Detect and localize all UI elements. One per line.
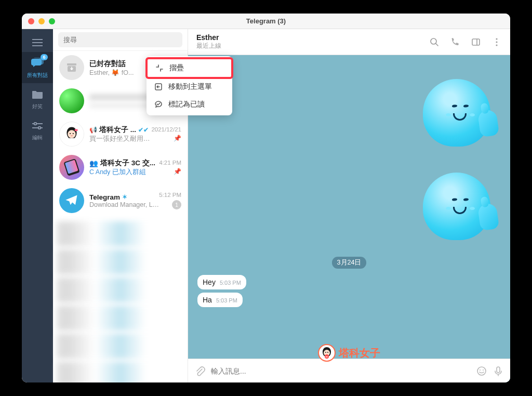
ctx-move-to-main[interactable]: 移動到主選單 [147, 78, 232, 96]
move-icon [154, 82, 163, 91]
messages-area[interactable]: 3月24日 Hey 5:03 PM Ha 5:03 PM [188, 55, 510, 359]
more-button[interactable] [491, 37, 502, 47]
chat-preview: 買一張好坐又耐用的電腦... [89, 135, 151, 143]
svg-point-12 [431, 38, 436, 44]
collapse-icon [155, 63, 164, 73]
maximize-window-button[interactable] [49, 18, 55, 24]
titlebar: Telegram (3) [22, 14, 510, 29]
message-time: 5:03 PM [220, 280, 241, 286]
call-button[interactable] [450, 37, 460, 47]
rail-label: 好笑 [32, 103, 43, 110]
verified-icon: ✶ [122, 193, 127, 201]
content: 6 所有對話 好笑 編輯 [22, 29, 510, 382]
voice-button[interactable] [493, 365, 504, 377]
chat-header: Esther 最近上線 [188, 29, 510, 55]
avatar [59, 88, 84, 113]
rail-item-edit[interactable]: 編輯 [22, 114, 53, 146]
svg-point-5 [68, 130, 75, 138]
chat-row[interactable]: 📢塔科女子 ... ✔✔ 買一張好坐又耐用的電腦... 2021/12/21 📌 [53, 117, 188, 151]
sidebar-toggle-button[interactable] [471, 37, 481, 47]
app-window: Telegram (3) 6 所有對話 好笑 [22, 14, 510, 382]
search-input[interactable] [58, 32, 182, 47]
traffic-lights [28, 18, 55, 24]
ctx-mark-read[interactable]: 標記為已讀 [147, 96, 232, 113]
svg-rect-8 [75, 129, 78, 131]
search-container [53, 29, 188, 51]
blurred-chats [53, 217, 188, 382]
read-icon [154, 100, 163, 109]
svg-rect-13 [472, 39, 480, 45]
close-window-button[interactable] [28, 18, 34, 24]
chat-time: 4:21 PM [159, 160, 181, 166]
svg-point-16 [496, 44, 497, 46]
emoji-button[interactable] [476, 365, 487, 377]
svg-point-1 [38, 127, 41, 129]
date-separator: 3月24日 [332, 257, 367, 269]
rail-label: 編輯 [32, 134, 43, 141]
unread-badge: 6 [41, 54, 48, 60]
svg-point-15 [496, 41, 497, 43]
chat-header-name: Esther [196, 33, 429, 42]
pin-icon: 📌 [174, 168, 181, 175]
archive-icon [59, 55, 84, 80]
avatar [59, 122, 84, 147]
chat-name: Telegram ✶ [89, 193, 159, 201]
ctx-label: 移動到主選單 [168, 82, 212, 91]
message-text: Ha [203, 296, 212, 304]
minimize-window-button[interactable] [38, 18, 45, 24]
channel-icon: 📢 [89, 126, 97, 134]
context-menu: 摺疊 移動到主選單 標記為已讀 [147, 56, 232, 115]
svg-point-0 [34, 123, 37, 125]
ctx-label: 標記為已讀 [168, 100, 205, 109]
svg-point-6 [70, 133, 71, 134]
avatar [59, 155, 84, 180]
unread-badge: 1 [172, 200, 181, 209]
chat-preview: Download Manager, Liv... [89, 201, 159, 208]
rail-item-all-chats[interactable]: 6 所有對話 [22, 52, 53, 83]
svg-point-23 [480, 369, 481, 371]
message-time: 5:03 PM [216, 297, 237, 303]
chat-header-info[interactable]: Esther 最近上線 [196, 33, 429, 50]
sticker-message[interactable] [413, 63, 501, 152]
svg-rect-25 [497, 367, 500, 373]
sliders-icon [30, 118, 45, 133]
pin-icon: 📌 [174, 135, 181, 142]
chat-time: 5:12 PM [159, 192, 181, 198]
chat-name: 📢塔科女子 ... ✔✔ [89, 125, 151, 135]
message-text: Hey [203, 278, 216, 286]
avatar [59, 188, 84, 213]
window-title: Telegram (3) [22, 17, 510, 25]
chat-preview: C Andy 已加入群組 [89, 168, 159, 177]
input-bar [188, 359, 510, 382]
ctx-label: 摺疊 [169, 63, 184, 73]
ctx-collapse[interactable]: 摺疊 [145, 57, 233, 79]
search-chat-button[interactable] [429, 37, 440, 47]
sticker-message[interactable] [413, 157, 501, 245]
svg-point-7 [73, 133, 74, 134]
group-icon: 👥 [89, 159, 98, 167]
rail-item-funny[interactable]: 好笑 [22, 83, 53, 114]
rail-label: 所有對話 [27, 72, 48, 79]
attach-button[interactable] [194, 365, 206, 377]
chat-row[interactable]: 👥 塔科女子 3C 交... C Andy 已加入群組 4:21 PM 📌 [53, 151, 188, 184]
chat-header-status: 最近上線 [196, 42, 429, 50]
svg-point-24 [483, 369, 484, 371]
message-bubble[interactable]: Hey 5:03 PM [197, 275, 246, 289]
svg-point-22 [477, 367, 486, 375]
chat-area: Esther 最近上線 3月24 [188, 29, 510, 382]
chat-name: 👥 塔科女子 3C 交... [89, 159, 159, 168]
menu-button[interactable] [28, 33, 47, 52]
folder-icon [30, 87, 45, 102]
svg-rect-2 [67, 63, 76, 65]
message-input[interactable] [211, 367, 471, 375]
message-bubble[interactable]: Ha 5:03 PM [197, 293, 243, 307]
chat-row[interactable]: Telegram ✶ Download Manager, Liv... 5:12… [53, 184, 188, 217]
chat-time: 2021/12/21 [151, 126, 181, 133]
verified-icon: ✔✔ [138, 126, 149, 134]
svg-point-14 [496, 38, 497, 39]
folder-rail: 6 所有對話 好笑 編輯 [22, 29, 53, 382]
